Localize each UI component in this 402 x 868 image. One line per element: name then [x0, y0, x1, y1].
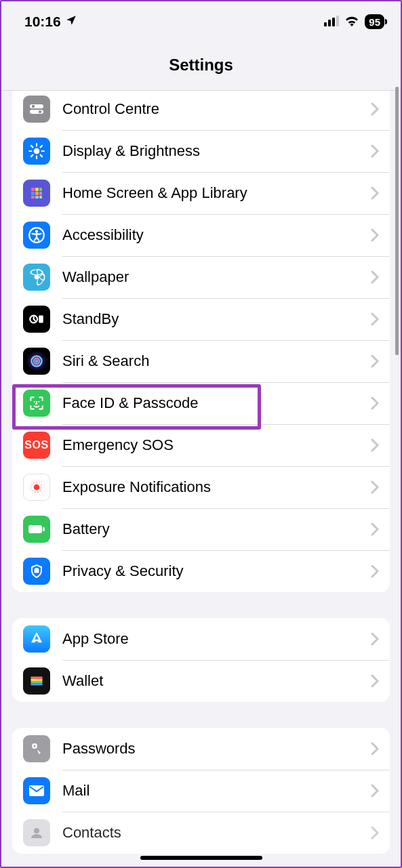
siri-icon [23, 348, 50, 375]
location-icon [65, 14, 77, 30]
status-time: 10:16 [24, 14, 61, 30]
svg-rect-33 [39, 316, 43, 323]
svg-point-48 [34, 745, 36, 747]
row-siri-search[interactable]: Siri & Search [12, 340, 390, 382]
wallet-icon [23, 667, 50, 695]
row-wallpaper[interactable]: Wallpaper [12, 256, 390, 298]
chevron-right-icon [371, 674, 379, 688]
status-bar-left: 10:16 [24, 14, 77, 30]
svg-rect-41 [28, 525, 42, 533]
chevron-right-icon [371, 522, 379, 536]
svg-rect-25 [39, 196, 42, 199]
contacts-icon [23, 819, 50, 846]
svg-line-14 [41, 155, 42, 157]
row-contacts[interactable]: Contacts [12, 812, 390, 854]
row-home-screen[interactable]: Home Screen & App Library [12, 172, 390, 214]
chevron-right-icon [371, 312, 379, 326]
chevron-right-icon [371, 228, 379, 242]
svg-point-37 [38, 401, 39, 402]
row-label: Home Screen & App Library [62, 184, 359, 202]
svg-line-16 [41, 146, 42, 147]
chevron-right-icon [371, 784, 379, 798]
privacy-icon [23, 558, 50, 585]
svg-rect-44 [31, 679, 42, 681]
settings-section-accounts: Passwords Mail Contacts [12, 728, 390, 854]
passwords-icon [23, 735, 50, 762]
svg-rect-0 [324, 22, 327, 26]
home-screen-icon [23, 180, 50, 207]
settings-section-store: App Store Wallet [12, 618, 390, 702]
row-app-store[interactable]: App Store [12, 618, 390, 660]
accessibility-icon [23, 222, 50, 249]
row-label: Exposure Notifications [62, 478, 359, 496]
svg-rect-19 [39, 188, 42, 191]
svg-point-36 [34, 401, 35, 402]
row-label: Passwords [62, 740, 359, 758]
settings-scroll[interactable]: Control Centre Display & Brightness [1, 91, 401, 867]
cellular-icon [324, 14, 339, 30]
svg-rect-42 [43, 527, 45, 531]
svg-rect-3 [336, 16, 339, 26]
status-bar-right: 95 [324, 14, 384, 30]
svg-rect-21 [35, 192, 39, 195]
row-label: Face ID & Passcode [62, 394, 359, 412]
chevron-right-icon [371, 186, 379, 200]
chevron-right-icon [371, 354, 379, 368]
row-display-brightness[interactable]: Display & Brightness [12, 130, 390, 172]
svg-rect-24 [35, 196, 39, 199]
row-control-centre[interactable]: Control Centre [12, 91, 390, 130]
settings-section-general: Control Centre Display & Brightness [12, 91, 390, 592]
chevron-right-icon [371, 564, 379, 578]
row-label: Control Centre [62, 100, 359, 118]
svg-rect-2 [332, 18, 335, 26]
chevron-right-icon [371, 270, 379, 284]
wifi-icon [344, 14, 359, 30]
row-battery[interactable]: Battery [12, 508, 390, 550]
sos-icon: SOS [23, 432, 50, 459]
battery-icon: 95 [365, 14, 384, 29]
svg-point-7 [39, 110, 41, 113]
row-mail[interactable]: Mail [12, 770, 390, 812]
chevron-right-icon [371, 144, 379, 158]
row-label: Display & Brightness [62, 142, 359, 160]
svg-point-38 [34, 484, 40, 491]
svg-line-13 [31, 146, 33, 147]
chevron-right-icon [371, 826, 379, 840]
svg-point-5 [32, 105, 35, 108]
svg-rect-18 [35, 188, 39, 191]
row-label: Siri & Search [62, 352, 359, 370]
svg-rect-20 [31, 192, 35, 195]
svg-rect-1 [328, 20, 331, 26]
wallpaper-icon [23, 264, 50, 291]
brightness-icon [23, 138, 50, 165]
row-standby[interactable]: StandBy [12, 298, 390, 340]
svg-rect-46 [31, 683, 42, 685]
chevron-right-icon [371, 102, 379, 116]
row-privacy[interactable]: Privacy & Security [12, 550, 390, 592]
scrollbar-indicator[interactable] [395, 87, 399, 355]
row-passwords[interactable]: Passwords [12, 728, 390, 770]
chevron-right-icon [371, 632, 379, 646]
row-wallet[interactable]: Wallet [12, 660, 390, 702]
exposure-icon [23, 474, 50, 501]
phone-screen: 10:16 95 Settings [1, 1, 401, 867]
svg-point-8 [34, 148, 40, 154]
row-label: Contacts [62, 824, 359, 842]
row-label: Privacy & Security [62, 562, 359, 580]
svg-point-34 [31, 356, 41, 366]
row-face-id[interactable]: Face ID & Passcode [12, 382, 390, 424]
battery-percent: 95 [369, 16, 380, 28]
chevron-right-icon [371, 396, 379, 410]
row-exposure[interactable]: Exposure Notifications [12, 466, 390, 508]
row-emergency-sos[interactable]: SOS Emergency SOS [12, 424, 390, 466]
status-bar: 10:16 95 [1, 1, 401, 39]
row-accessibility[interactable]: Accessibility [12, 214, 390, 256]
home-indicator[interactable] [140, 856, 262, 860]
page-title: Settings [169, 56, 233, 75]
svg-rect-22 [39, 192, 42, 195]
app-store-icon [23, 625, 50, 653]
settings-content: Control Centre Display & Brightness [12, 91, 390, 867]
svg-line-15 [31, 155, 33, 157]
svg-point-27 [35, 230, 38, 232]
battery-settings-icon [23, 516, 50, 543]
